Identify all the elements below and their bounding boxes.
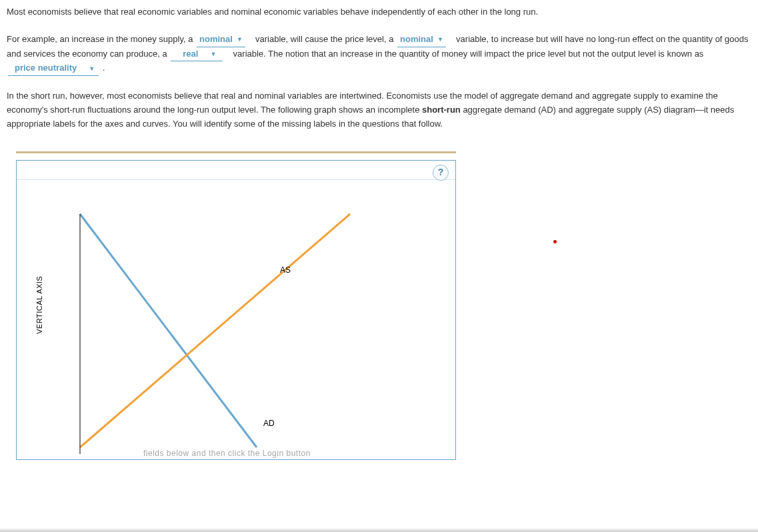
- graph-widget: ? VERTICAL AXIS AS AD fields below and t…: [16, 151, 751, 460]
- dropdown-value: real: [183, 47, 198, 61]
- text: variable, will cause the price level, a: [255, 34, 393, 44]
- intro-paragraph: Most economists believe that real econom…: [7, 5, 751, 19]
- ghost-text: fields below and then click the Login bu…: [143, 447, 311, 460]
- red-dot-icon: [553, 240, 557, 243]
- chevron-down-icon: ▼: [89, 64, 95, 73]
- ad-label: AD: [263, 419, 275, 428]
- dropdown-real[interactable]: real ▼: [171, 47, 223, 62]
- dropdown-value: nominal: [199, 33, 233, 47]
- bold-short-run: short-run: [422, 105, 461, 115]
- dropdown-value: nominal: [400, 33, 433, 47]
- dropdown-nominal-2[interactable]: nominal ▼: [397, 33, 446, 47]
- graph-panel[interactable]: ? VERTICAL AXIS AS AD fields below and t…: [16, 160, 456, 460]
- text: .: [103, 63, 105, 73]
- dropdown-nominal-1[interactable]: nominal ▼: [197, 33, 245, 47]
- text: For example, an increase in the money su…: [7, 34, 193, 44]
- dropdown-concept[interactable]: price neutrality ▼: [8, 61, 99, 76]
- help-icon[interactable]: ?: [433, 165, 449, 181]
- text: variable. The notion that an increase in…: [233, 49, 704, 59]
- y-axis-label: VERTICAL AXIS: [34, 275, 46, 333]
- chevron-down-icon: ▼: [437, 35, 443, 44]
- chevron-down-icon: ▼: [210, 49, 216, 59]
- fill-in-paragraph: For example, an increase in the money su…: [7, 33, 751, 76]
- dropdown-value: price neutrality: [15, 61, 77, 75]
- as-curve: [80, 214, 350, 447]
- chevron-down-icon: ▼: [237, 35, 243, 44]
- bottom-shadow: [0, 528, 758, 532]
- panel-divider: [17, 179, 455, 180]
- page-root: Most economists believe that real econom…: [0, 0, 758, 532]
- chart-svg: AS AD: [50, 201, 423, 454]
- ad-curve: [80, 214, 257, 447]
- graph-intro-paragraph: In the short run, however, most economis…: [7, 89, 751, 131]
- graph-topbar: [16, 151, 456, 153]
- as-label: AS: [280, 265, 291, 275]
